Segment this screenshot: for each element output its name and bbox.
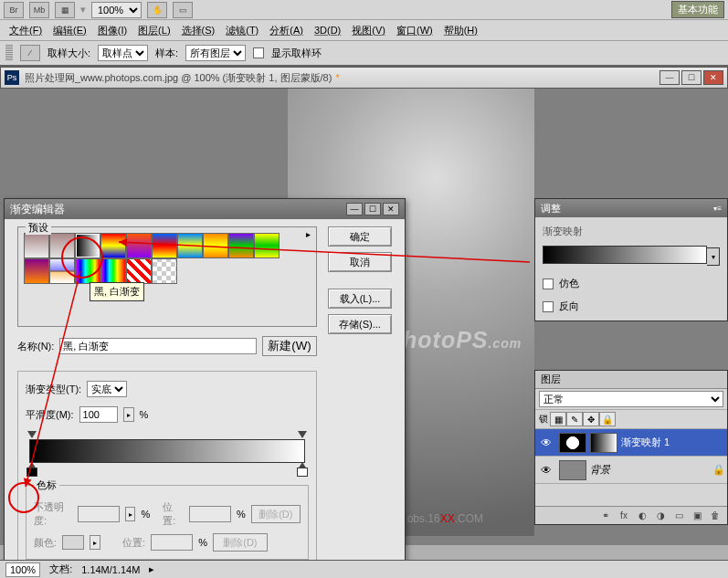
link-layers-icon[interactable]: ⚭: [597, 510, 614, 522]
ok-button[interactable]: 确定: [328, 226, 392, 247]
layer-row[interactable]: 👁 背景 🔒: [535, 457, 727, 484]
preset-swatch[interactable]: [228, 233, 254, 258]
delete-color-button: 删除(D): [213, 533, 268, 552]
preset-swatch[interactable]: [152, 258, 177, 284]
color-stop-right[interactable]: [297, 462, 308, 473]
layer-row[interactable]: 👁 渐变映射 1: [535, 429, 727, 457]
position-label-1: 位置:: [163, 500, 184, 528]
sample-size-label: 取样大小:: [47, 47, 90, 60]
preset-swatch[interactable]: [126, 233, 152, 258]
preset-swatch[interactable]: [100, 233, 126, 258]
menu-help[interactable]: 帮助(H): [440, 22, 481, 39]
preset-swatch[interactable]: [24, 233, 49, 258]
menu-filter[interactable]: 滤镜(T): [222, 22, 262, 39]
opacity-stop-right[interactable]: [298, 431, 307, 440]
layers-tab[interactable]: 图层: [541, 373, 561, 386]
preset-swatch[interactable]: [24, 258, 49, 284]
opacity-stop-left[interactable]: [27, 431, 37, 440]
preset-swatch[interactable]: [254, 233, 280, 258]
preset-swatch[interactable]: [49, 258, 75, 284]
preset-menu-icon[interactable]: ▸: [306, 229, 311, 239]
name-input[interactable]: [59, 338, 257, 354]
color-swatch-button: [62, 535, 84, 550]
gradient-dropdown-icon[interactable]: ▾: [707, 247, 720, 266]
sample-size-select[interactable]: 取样点: [98, 45, 148, 61]
layer-name[interactable]: 渐变映射 1: [621, 436, 670, 449]
reverse-checkbox[interactable]: [543, 301, 554, 312]
cancel-button[interactable]: 取消: [328, 252, 392, 272]
position-input-2: [151, 534, 193, 551]
visibility-icon[interactable]: 👁: [537, 436, 555, 449]
status-doc-value: 1.14M/1.14M: [81, 564, 140, 575]
blend-mode-select[interactable]: 正常: [539, 391, 723, 407]
lock-all-icon[interactable]: 🔒: [599, 412, 616, 426]
bridge-icon[interactable]: Br: [4, 2, 24, 18]
layer-thumb-icon: [559, 460, 586, 480]
delete-layer-icon[interactable]: 🗑: [707, 510, 723, 522]
dialog-title: 渐变编辑器: [10, 202, 65, 217]
gradient-bar[interactable]: [29, 439, 305, 463]
dialog-maximize-button[interactable]: ☐: [364, 203, 381, 215]
workspace-button[interactable]: 基本功能: [671, 1, 724, 18]
new-adjustment-icon[interactable]: ◑: [652, 510, 669, 522]
menu-edit[interactable]: 编辑(E): [49, 22, 90, 39]
menu-layer[interactable]: 图层(L): [134, 22, 174, 39]
panel-menu-icon[interactable]: ▾≡: [713, 205, 722, 213]
minimize-button[interactable]: —: [659, 70, 680, 85]
preset-swatch[interactable]: [126, 258, 152, 284]
visibility-icon[interactable]: 👁: [537, 464, 555, 477]
screen-mode-icon[interactable]: ▦: [55, 2, 75, 18]
smoothness-arrow-icon[interactable]: ▸: [123, 407, 134, 422]
preset-swatch-bw[interactable]: [75, 233, 100, 258]
eyedropper-icon[interactable]: ⁄: [20, 45, 40, 61]
smoothness-input[interactable]: [79, 406, 118, 423]
lock-pixels-icon[interactable]: ✎: [566, 412, 583, 426]
menu-view[interactable]: 视图(V): [348, 22, 389, 39]
mask-thumb-icon[interactable]: [590, 433, 617, 453]
preset-swatch[interactable]: [203, 233, 228, 258]
dither-checkbox[interactable]: [543, 278, 554, 289]
lock-transparent-icon[interactable]: ▦: [550, 412, 566, 426]
menubar: 文件(F) 编辑(E) 图像(I) 图层(L) 选择(S) 滤镜(T) 分析(A…: [0, 20, 728, 40]
maximize-button[interactable]: ☐: [681, 70, 702, 85]
show-ring-checkbox[interactable]: [253, 47, 264, 58]
sample-label: 样本:: [155, 47, 178, 60]
preset-swatch[interactable]: [75, 258, 100, 284]
close-button[interactable]: ✕: [703, 70, 723, 85]
menu-file[interactable]: 文件(F): [5, 22, 46, 39]
preset-swatch[interactable]: [49, 233, 75, 258]
status-zoom[interactable]: 100%: [5, 562, 40, 577]
layer-fx-icon[interactable]: fx: [616, 510, 632, 522]
gradient-type-select[interactable]: 实底: [87, 381, 127, 397]
status-doc-label: 文档:: [49, 562, 72, 576]
menu-window[interactable]: 窗口(W): [393, 22, 437, 39]
preset-swatch[interactable]: [100, 258, 126, 284]
preset-swatch[interactable]: [152, 233, 177, 258]
menu-image[interactable]: 图像(I): [94, 22, 131, 39]
new-layer-icon[interactable]: ▣: [689, 510, 705, 522]
zoom-select[interactable]: 100%: [91, 2, 142, 18]
load-button[interactable]: 载入(L)...: [328, 289, 392, 309]
new-group-icon[interactable]: ▭: [670, 510, 687, 522]
layer-name[interactable]: 背景: [590, 463, 610, 477]
minibridge-icon[interactable]: Mb: [29, 2, 49, 18]
status-menu-icon[interactable]: ▸: [149, 563, 154, 575]
lock-position-icon[interactable]: ✥: [583, 412, 599, 426]
hand-tool-icon[interactable]: ✋: [147, 2, 167, 18]
arrange-icon[interactable]: ▭: [173, 2, 193, 18]
new-button[interactable]: 新建(W): [262, 336, 317, 356]
preset-swatch[interactable]: [177, 233, 203, 258]
gradient-type-label: 渐变类型(T):: [26, 383, 81, 396]
adjustment-gradient-preview[interactable]: [543, 246, 707, 264]
opacity-arrow-icon: ▸: [125, 507, 135, 521]
menu-3d[interactable]: 3D(D): [311, 23, 344, 37]
dialog-close-button[interactable]: ✕: [383, 203, 399, 215]
menu-analysis[interactable]: 分析(A): [266, 22, 307, 39]
menu-select[interactable]: 选择(S): [178, 22, 219, 39]
save-button[interactable]: 存储(S)...: [328, 314, 392, 334]
dialog-minimize-button[interactable]: —: [346, 203, 363, 215]
color-stop-left[interactable]: [26, 462, 37, 473]
layers-panel: 图层 正常 锁 ▦ ✎ ✥ 🔒 👁 渐变映射 1 👁 背景 🔒: [534, 370, 728, 525]
sample-select[interactable]: 所有图层: [185, 45, 246, 61]
layer-mask-icon[interactable]: ◐: [634, 510, 650, 522]
